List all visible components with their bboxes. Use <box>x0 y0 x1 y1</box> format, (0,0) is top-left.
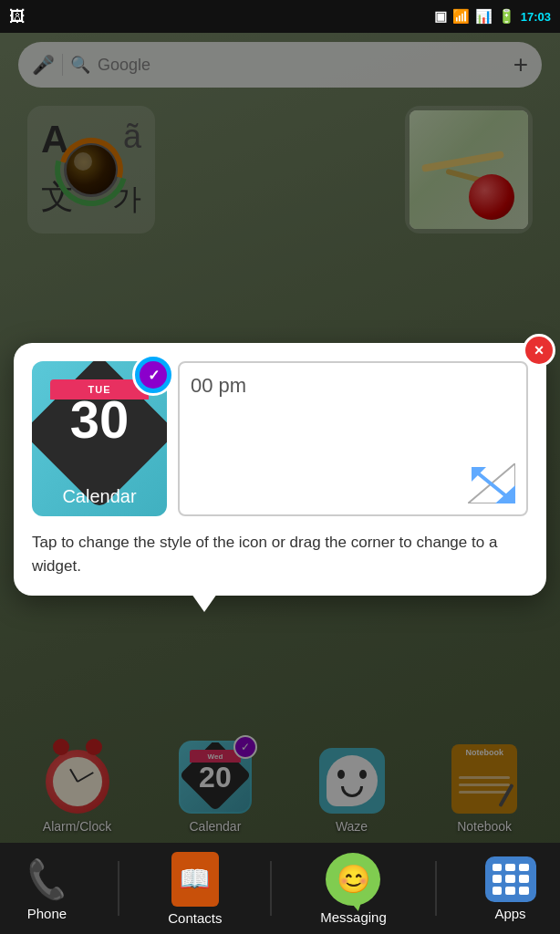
apps-dot-3 <box>519 864 529 872</box>
popup-tail <box>192 594 217 612</box>
wifi-icon: 📶 <box>452 8 470 25</box>
apps-dot-9 <box>519 887 529 895</box>
apps-dot-8 <box>505 887 515 895</box>
calendar-icon-option[interactable]: ✓ TUE 30 Calendar <box>32 361 167 516</box>
apps-dot-1 <box>493 864 503 872</box>
popup-icons-row: ✓ TUE 30 Calendar 00 pm <box>32 361 528 516</box>
nav-apps-label: Apps <box>494 906 525 921</box>
signal-icon: 📊 <box>475 8 493 25</box>
apps-dot-7 <box>493 887 503 895</box>
battery-icon: 🔋 <box>498 8 515 25</box>
messaging-face-icon: 😊 <box>337 863 370 895</box>
bottom-nav-bar: 📞 Phone 📖 Contacts 😊 Messaging <box>0 843 560 934</box>
nav-apps[interactable]: Apps <box>485 856 536 921</box>
apps-dot-2 <box>505 864 515 872</box>
nav-contacts[interactable]: 📖 Contacts <box>168 852 222 926</box>
contacts-nav-icon: 📖 <box>171 852 219 907</box>
apps-dot-4 <box>493 875 503 883</box>
apps-dot-5 <box>505 875 515 883</box>
status-bar: 🖼 ▣ 📶 📊 🔋 17:03 <box>0 0 560 33</box>
popup-hint-text: Tap to change the style of the icon or d… <box>32 531 528 577</box>
photo-icon: 🖼 <box>9 7 26 26</box>
close-button[interactable]: × <box>523 334 555 367</box>
nav-messaging[interactable]: 😊 Messaging <box>320 853 387 925</box>
nav-messaging-label: Messaging <box>320 909 387 925</box>
phone-handset-icon: 📞 <box>22 856 71 902</box>
time-display: 17:03 <box>521 10 551 24</box>
icon-style-popup: × ✓ TUE 30 Calendar <box>14 343 546 596</box>
badge-inner: ✓ <box>140 361 167 389</box>
nav-contacts-label: Contacts <box>168 910 222 926</box>
contacts-person-icon: 📖 <box>179 864 211 894</box>
widget-time-text: 00 pm <box>191 374 515 398</box>
nav-divider-2 <box>270 861 272 916</box>
selected-badge: ✓ <box>132 354 174 396</box>
home-screen: 🎤 🔍 Google + A ã 文 가 <box>0 33 560 934</box>
nav-divider-3 <box>435 861 437 916</box>
nav-divider-1 <box>118 861 119 916</box>
cal-icon-label: Calendar <box>32 486 167 507</box>
phone-icon: ▣ <box>434 8 447 25</box>
phone-nav-icon: 📞 <box>24 856 69 902</box>
apps-nav-icon <box>485 856 536 902</box>
resize-arrow-icon <box>468 463 515 503</box>
nav-phone[interactable]: 📞 Phone <box>24 856 69 921</box>
widget-preview-option[interactable]: 00 pm <box>178 361 528 516</box>
nav-phone-label: Phone <box>27 906 67 921</box>
cal-day-number: 30 <box>32 393 167 446</box>
phone-icon-wrapper: 📞 <box>24 854 69 905</box>
apps-dot-6 <box>519 875 529 883</box>
messaging-nav-icon: 😊 <box>326 853 380 906</box>
